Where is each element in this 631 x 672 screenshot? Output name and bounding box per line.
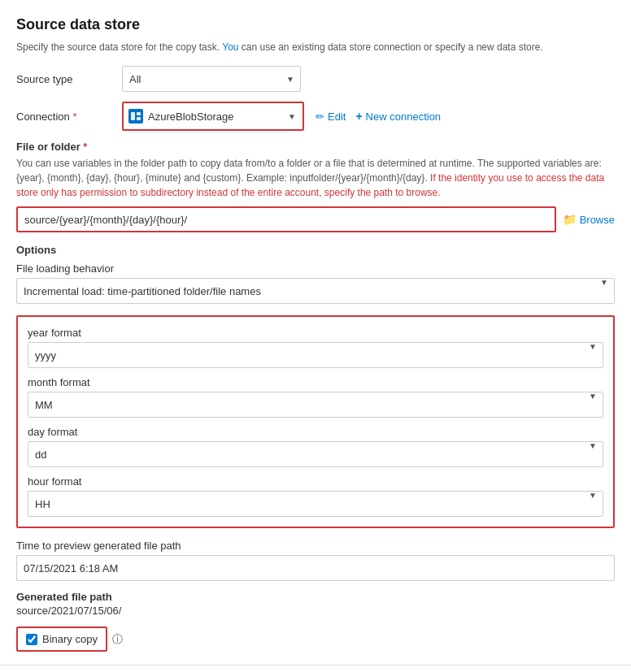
plus-icon: +: [355, 110, 362, 123]
connection-actions: ✏ Edit + New connection: [316, 110, 441, 123]
connection-label: Connection *: [16, 111, 122, 123]
hour-format-item: hour format HH ▼: [28, 475, 603, 517]
source-type-select[interactable]: All: [122, 66, 301, 92]
edit-button[interactable]: ✏ Edit: [316, 111, 346, 123]
description-link[interactable]: You: [222, 41, 238, 53]
generated-path-label: Generated file path: [16, 591, 615, 603]
year-format-item: year format yyyy ▼: [28, 327, 603, 368]
file-path-row: 📁 Browse: [16, 206, 615, 232]
hour-format-select-wrapper: HH ▼: [28, 491, 603, 517]
connection-select-wrapper: AzureBlobStorage ▼: [122, 102, 304, 131]
time-preview-section: Time to preview generated file path: [16, 540, 615, 591]
folder-icon: 📁: [563, 213, 577, 226]
new-connection-button[interactable]: + New connection: [355, 110, 441, 123]
day-format-item: day format dd ▼: [28, 426, 603, 467]
options-section: Options File loading behavior Incrementa…: [16, 244, 615, 304]
connection-row: Connection * AzureBlobStorage ▼ ✏: [16, 102, 615, 131]
file-loading-label: File loading behavior: [16, 262, 615, 275]
month-format-select-wrapper: MM ▼: [28, 392, 603, 418]
file-folder-description: You can use variables in the folder path…: [16, 156, 615, 200]
page-title: Source data store: [16, 16, 615, 33]
binary-copy-wrapper: Binary copy: [16, 626, 107, 652]
hour-format-select[interactable]: HH: [28, 491, 603, 517]
day-format-label: day format: [28, 426, 603, 438]
options-label: Options: [16, 244, 615, 256]
time-preview-input[interactable]: [16, 555, 615, 581]
month-format-item: month format MM ▼: [28, 376, 603, 418]
month-format-select[interactable]: MM: [28, 392, 603, 418]
day-format-select[interactable]: dd: [28, 441, 603, 467]
year-format-select-wrapper: yyyy ▼: [28, 342, 603, 368]
binary-copy-row: Binary copy ⓘ: [16, 626, 615, 652]
year-format-label: year format: [28, 327, 603, 339]
binary-copy-checkbox[interactable]: [26, 634, 37, 645]
file-path-input[interactable]: [16, 206, 556, 232]
file-loading-select[interactable]: Incremental load: time-partitioned folde…: [16, 278, 615, 304]
file-loading-select-wrapper: Incremental load: time-partitioned folde…: [16, 278, 615, 304]
month-format-label: month format: [28, 376, 603, 388]
binary-copy-label: Binary copy: [42, 633, 98, 645]
generated-path-section: Generated file path source/2021/07/15/06…: [16, 591, 615, 617]
edit-pencil-icon: ✏: [316, 111, 324, 123]
source-type-label: Source type: [16, 73, 122, 85]
year-format-select[interactable]: yyyy: [28, 342, 603, 368]
source-type-select-wrapper: All ▼: [122, 66, 301, 92]
generated-path-value: source/2021/07/15/06/: [16, 605, 615, 617]
browse-button[interactable]: 📁 Browse: [563, 213, 615, 226]
page-description: Specify the source data store for the co…: [16, 40, 615, 54]
info-icon[interactable]: ⓘ: [112, 632, 123, 647]
footer-divider: [0, 665, 631, 665]
connection-controls: AzureBlobStorage ▼ ✏ Edit + New connecti…: [122, 102, 441, 131]
file-folder-label: File or folder *: [16, 141, 615, 153]
hour-format-label: hour format: [28, 475, 603, 488]
file-folder-section: File or folder * You can use variables i…: [16, 141, 615, 232]
format-group: year format yyyy ▼ month format MM ▼ day…: [16, 315, 615, 528]
time-preview-label: Time to preview generated file path: [16, 540, 615, 552]
connection-select[interactable]: AzureBlobStorage: [124, 103, 302, 129]
source-type-row: Source type All ▼: [16, 66, 615, 92]
day-format-select-wrapper: dd ▼: [28, 441, 603, 467]
